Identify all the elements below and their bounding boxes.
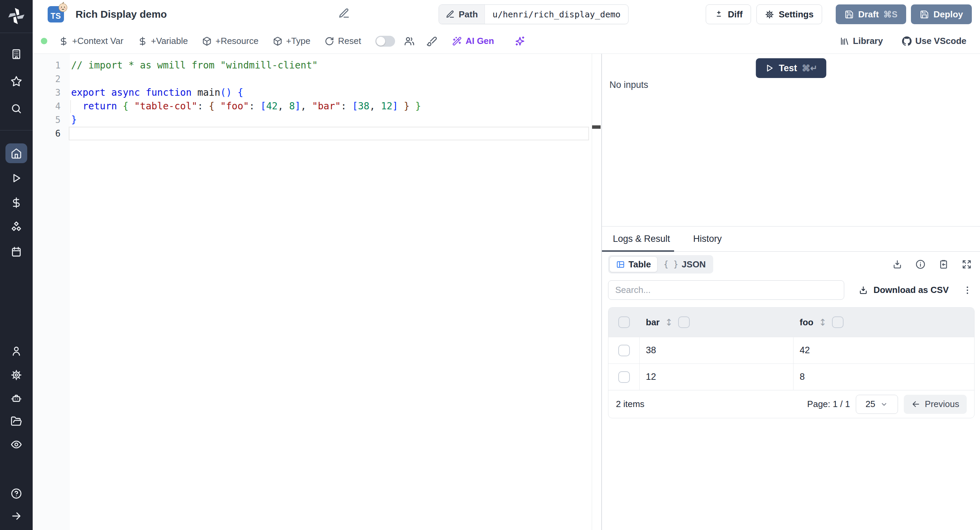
code-editor[interactable]: 1 2 3 4 5 6 // import * as wmill from "w… [33, 54, 601, 530]
previous-page-button[interactable]: Previous [904, 395, 967, 414]
diff-button[interactable]: Diff [706, 5, 751, 24]
table-row[interactable]: 38 42 [608, 337, 974, 364]
main-area: TS Rich Display demo Path u/henri/rich_d… [33, 0, 980, 530]
add-context-var-label: +Context Var [72, 36, 124, 46]
package-icon [273, 37, 282, 46]
building-icon [11, 48, 22, 60]
tab-logs-result[interactable]: Logs & Result [611, 227, 671, 251]
download-csv-button[interactable]: Download as CSV [859, 285, 949, 295]
line-number-active: 6 [33, 127, 70, 140]
column-bar-checkbox[interactable] [678, 316, 690, 328]
view-table-label: Table [628, 259, 651, 270]
add-context-var-button[interactable]: +Context Var [59, 36, 124, 46]
maximize-icon [962, 259, 972, 270]
deploy-button[interactable]: Deploy [911, 5, 972, 24]
table-row[interactable]: 12 8 [608, 364, 974, 390]
result-body: Table { } JSON [602, 252, 980, 530]
sort-bar-button[interactable]: ↕ [665, 317, 673, 328]
cursor-position-marker [592, 125, 601, 129]
sidebar-item-home[interactable] [5, 144, 27, 163]
pencil-icon [338, 8, 350, 19]
sidebar-item-runs[interactable] [11, 172, 22, 184]
play-icon [11, 172, 22, 184]
table-options-button[interactable] [962, 285, 972, 295]
result-table: bar ↕ foo ↕ 38 [608, 307, 975, 418]
library-button[interactable]: Library [840, 36, 883, 46]
tab-history[interactable]: History [692, 227, 723, 251]
result-info-button[interactable] [915, 259, 926, 270]
column-foo-checkbox[interactable] [832, 316, 843, 328]
draft-label: Draft [858, 9, 879, 20]
reset-button[interactable]: Reset [325, 36, 361, 46]
typescript-badge-label: TS [51, 12, 61, 22]
settings-button[interactable]: Settings [756, 5, 822, 24]
code-line-3: export async function main() { [71, 86, 590, 99]
draft-button[interactable]: Draft ⌘S [836, 5, 906, 24]
download-icon [859, 286, 868, 295]
row-checkbox[interactable] [618, 371, 630, 383]
sort-foo-button[interactable]: ↕ [819, 317, 827, 328]
library-label: Library [853, 36, 883, 46]
code-lines[interactable]: // import * as wmill from "windmill-clie… [70, 54, 590, 140]
sidebar-item-resources[interactable] [11, 221, 22, 233]
toggle-knob [376, 37, 385, 46]
table-icon [616, 260, 625, 269]
add-resource-label: +Resource [215, 36, 258, 46]
edit-summary-button[interactable] [338, 8, 350, 19]
add-resource-button[interactable]: +Resource [202, 36, 258, 46]
sidebar-item-settings[interactable] [11, 369, 22, 381]
code-line-4: return { "table-col": { "foo": [42, 8], … [71, 99, 590, 113]
diff-mode-toggle[interactable] [375, 36, 395, 47]
view-json-button[interactable]: { } JSON [657, 257, 712, 272]
use-vscode-button[interactable]: Use VScode [902, 36, 966, 46]
format-button[interactable] [426, 36, 437, 47]
sidebar-item-workspace[interactable] [11, 48, 22, 60]
settings-label: Settings [778, 9, 814, 20]
sidebar-item-favorites[interactable] [11, 76, 22, 87]
table-footer: 2 items Page: 1 / 1 25 Previous [608, 390, 974, 418]
sidebar-item-users[interactable] [11, 345, 22, 357]
windmill-logo[interactable] [6, 6, 26, 26]
collaborate-button[interactable] [404, 36, 415, 47]
sidebar-item-workers[interactable] [11, 393, 22, 404]
search-input[interactable] [608, 280, 844, 300]
sidebar-item-audit-logs[interactable] [11, 439, 22, 450]
cell-bar: 38 [646, 345, 656, 356]
test-shortcut: ⌘↵ [802, 63, 817, 73]
download-result-button[interactable] [892, 259, 902, 270]
ai-gen-button[interactable]: AI Gen [452, 36, 494, 46]
editor-overview-ruler[interactable] [592, 54, 601, 530]
copy-result-button[interactable] [939, 259, 949, 270]
row-checkbox[interactable] [618, 345, 630, 356]
sidebar-item-variables[interactable] [11, 197, 22, 208]
add-type-button[interactable]: +Type [273, 36, 311, 46]
ai-sparkles-button[interactable] [514, 36, 525, 47]
add-variable-button[interactable]: +Variable [138, 36, 188, 46]
view-table-button[interactable]: Table [609, 257, 657, 272]
sidebar-item-search[interactable] [11, 103, 22, 115]
ai-gen-label: AI Gen [466, 36, 494, 46]
code-line-2 [71, 72, 590, 86]
line-number: 1 [33, 59, 70, 72]
baby-emoji-icon [57, 2, 68, 13]
sidebar [0, 0, 33, 530]
sidebar-item-folders[interactable] [11, 415, 22, 427]
cell-foo: 42 [800, 345, 810, 356]
page-size-select[interactable]: 25 [856, 395, 898, 414]
sidebar-item-help[interactable] [11, 488, 22, 499]
dollar-icon [59, 37, 68, 46]
path-button[interactable]: Path [439, 5, 485, 24]
expand-result-button[interactable] [962, 259, 972, 270]
help-circle-icon [11, 488, 22, 499]
page-title: Rich Display demo [76, 8, 167, 20]
save-icon [920, 10, 929, 19]
clipboard-copy-icon [939, 259, 949, 270]
sidebar-item-schedules[interactable] [11, 246, 22, 257]
diff-label: Diff [728, 9, 743, 20]
test-run-button[interactable]: Test ⌘↵ [756, 58, 826, 78]
path-control[interactable]: Path u/henri/rich_display_demo [439, 5, 628, 24]
code-line-6 [71, 127, 590, 140]
sidebar-expand-button[interactable] [11, 510, 22, 522]
select-all-checkbox[interactable] [618, 316, 630, 328]
line-number: 5 [33, 113, 70, 127]
